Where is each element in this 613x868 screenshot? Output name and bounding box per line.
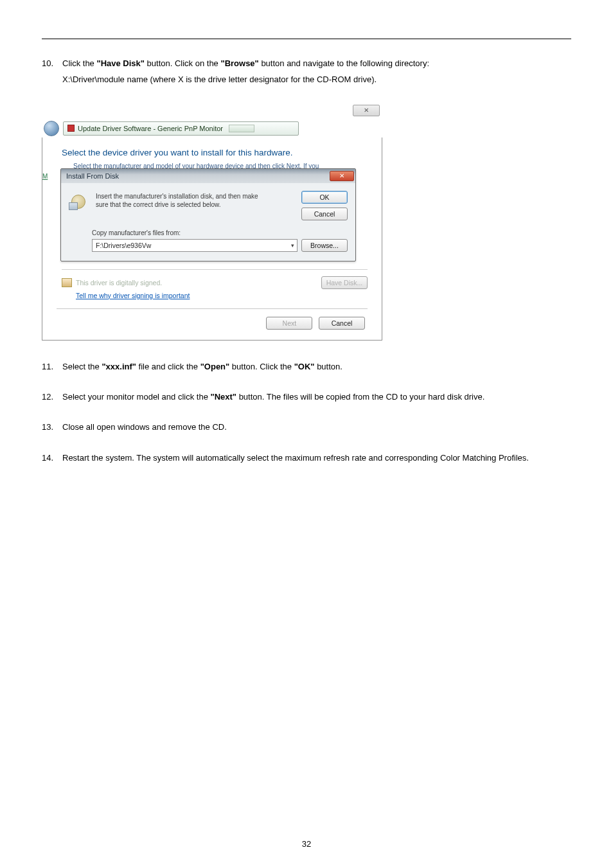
step-11: 11. Select the "xxx.inf" file and click …: [42, 359, 571, 375]
back-button[interactable]: [44, 121, 59, 136]
text: Select the: [62, 362, 102, 371]
disc-icon: [69, 192, 89, 211]
wizard-window: ✕ Update Driver Software - Generic PnP M…: [42, 102, 382, 341]
text: file and click the: [136, 362, 200, 371]
step-body: Select your monitor model and click the …: [62, 389, 571, 405]
bold-text: "Have Disk": [96, 58, 144, 68]
text: Click the: [62, 58, 96, 68]
wizard-body: Select the device driver you want to ins…: [42, 137, 382, 341]
install-from-disk-dialog: Install From Disk ✕ Insert the manufactu…: [60, 168, 356, 261]
text: button.: [315, 362, 342, 371]
bold-text: "Next": [211, 392, 237, 402]
step-body: Select the "xxx.inf" file and click the …: [62, 359, 571, 375]
step-10: 10. Click the "Have Disk" button. Click …: [42, 55, 571, 88]
step-number: 11.: [42, 359, 62, 375]
breadcrumb[interactable]: Update Driver Software - Generic PnP Mon…: [63, 121, 299, 136]
text: button and navigate to the following dir…: [259, 58, 429, 68]
text: sure that the correct drive is selected …: [96, 201, 221, 208]
page-number: 32: [0, 839, 613, 849]
dialog-close-button[interactable]: ✕: [330, 171, 354, 181]
step-12: 12. Select your monitor model and click …: [42, 389, 571, 405]
cancel-button[interactable]: Cancel: [301, 208, 348, 220]
dialog-message: Insert the manufacturer's installation d…: [96, 191, 295, 220]
top-horizontal-rule: [42, 39, 571, 39]
step-number: 13.: [42, 419, 62, 435]
step-number: 14.: [42, 450, 62, 466]
path-value: F:\Drivers\e936Vw: [96, 242, 151, 249]
signing-link-row: Tell me why driver signing is important: [76, 292, 368, 299]
text: Select your monitor model and click the: [62, 392, 211, 402]
driver-signing-link[interactable]: Tell me why driver signing is important: [76, 292, 190, 299]
instruction-list: 10. Click the "Have Disk" button. Click …: [42, 55, 571, 466]
dialog-titlebar: Install From Disk ✕: [61, 169, 355, 183]
breadcrumb-text: Update Driver Software - Generic PnP Mon…: [78, 125, 223, 132]
ok-button[interactable]: OK: [301, 191, 348, 204]
bold-text: "Open": [200, 362, 230, 371]
wizard-cancel-button[interactable]: Cancel: [319, 317, 365, 330]
step-body: Click the "Have Disk" button. Click on t…: [62, 55, 571, 88]
step-body: Restart the system. The system will auto…: [62, 450, 571, 466]
text: button. The files will be copied from th…: [236, 392, 484, 402]
step-14: 14. Restart the system. The system will …: [42, 450, 571, 466]
step-13: 13. Close all open windows and remove th…: [42, 419, 571, 435]
step-body: Close all open windows and remove the CD…: [62, 419, 571, 435]
dropdown-arrow-icon: ▾: [291, 242, 294, 249]
wizard-heading: Select the device driver you want to ins…: [62, 148, 368, 157]
text: Insert the manufacturer's installation d…: [96, 193, 258, 200]
copy-from-label: Copy manufacturer's files from:: [92, 229, 348, 236]
screenshot: ✕ Update Driver Software - Generic PnP M…: [42, 102, 571, 341]
signature-text: This driver is digitally signed.: [76, 279, 317, 287]
bold-text: "xxx.inf": [102, 362, 136, 371]
text: X:\Driver\module name (where X is the dr…: [62, 75, 377, 84]
left-strip: M: [42, 160, 51, 195]
wizard-footer: Next Cancel: [57, 308, 368, 331]
text: button. Click the: [229, 362, 294, 371]
window-close-button[interactable]: ✕: [353, 105, 380, 116]
dialog-title: Install From Disk: [66, 172, 119, 180]
text: Restart the system. The system will auto…: [62, 453, 529, 463]
next-button[interactable]: Next: [266, 317, 312, 330]
bold-text: "OK": [294, 362, 315, 371]
browse-button[interactable]: Browse...: [301, 239, 348, 252]
have-disk-button[interactable]: Have Disk...: [321, 276, 368, 289]
progress-bar: [229, 125, 254, 132]
certificate-icon: [62, 278, 72, 287]
step-number: 10.: [42, 55, 62, 88]
strip-letter: M: [42, 173, 51, 180]
signature-row: This driver is digitally signed. Have Di…: [62, 269, 368, 289]
bold-text: "Browse": [220, 58, 258, 68]
breadcrumb-icon: [67, 125, 75, 132]
text: Close all open windows and remove the CD…: [62, 422, 227, 432]
step-number: 12.: [42, 389, 62, 405]
text: button. Click on the: [145, 58, 221, 68]
breadcrumb-bar: Update Driver Software - Generic PnP Mon…: [42, 119, 299, 138]
path-combobox[interactable]: F:\Drivers\e936Vw ▾: [92, 239, 298, 252]
